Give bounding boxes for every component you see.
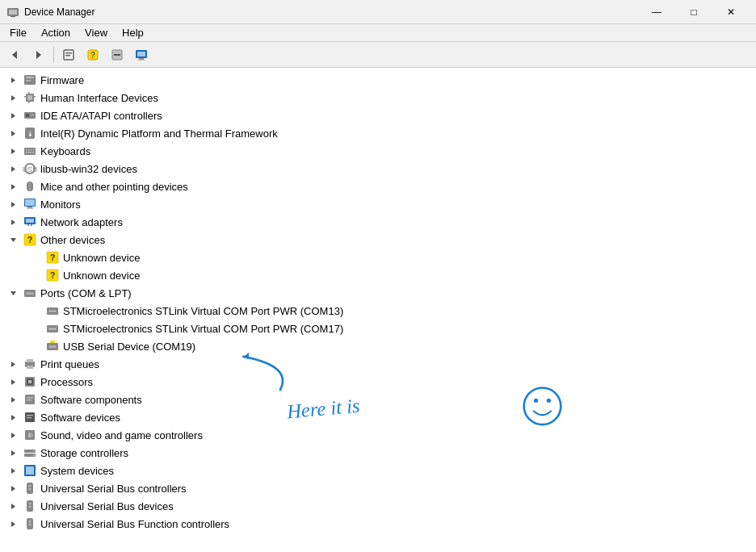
expand-btn-storage[interactable] xyxy=(6,446,19,459)
svg-rect-87 xyxy=(27,359,33,362)
svg-rect-40 xyxy=(26,152,27,153)
tree-item-network[interactable]: Network adapters xyxy=(0,213,756,231)
device-tree: FirmwareHuman Interface DevicesIDE ATA/A… xyxy=(0,68,756,536)
icon-usbctrl xyxy=(23,481,37,496)
expand-btn-system[interactable] xyxy=(6,464,19,477)
tree-item-storage[interactable]: Storage controllers xyxy=(0,444,756,462)
tree-item-ports[interactable]: Ports (COM & LPT) xyxy=(0,284,756,302)
svg-marker-4 xyxy=(36,51,41,59)
menu-view[interactable]: View xyxy=(78,25,114,40)
tree-item-thermal[interactable]: 🌡Intel(R) Dynamic Platform and Thermal F… xyxy=(0,124,756,142)
menu-help[interactable]: Help xyxy=(116,25,150,40)
svg-marker-97 xyxy=(11,415,15,420)
toolbar-separator-1 xyxy=(53,47,54,63)
expand-btn-ports[interactable] xyxy=(6,286,19,299)
close-button[interactable]: ✕ xyxy=(712,0,750,24)
label-processors: Processors xyxy=(40,376,93,388)
tree-item-usbfunc[interactable]: Universal Serial Bus Function controller… xyxy=(0,515,756,533)
expand-btn-hid[interactable] xyxy=(6,91,19,104)
svg-text:🌡: 🌡 xyxy=(27,130,34,138)
expand-btn-ide[interactable] xyxy=(6,109,19,122)
expand-btn-stlink1[interactable] xyxy=(29,304,42,317)
svg-rect-13 xyxy=(137,52,145,56)
expand-btn-libusb[interactable] xyxy=(6,162,19,175)
tree-item-usbserial[interactable]: USB Serial Device (COM19) xyxy=(0,337,756,355)
svg-point-78 xyxy=(52,328,54,330)
toolbar: ? xyxy=(0,42,756,68)
expand-btn-thermal[interactable] xyxy=(6,127,19,140)
svg-marker-60 xyxy=(10,238,16,242)
computer-button[interactable] xyxy=(130,44,153,65)
svg-rect-29 xyxy=(26,114,29,117)
title-bar: Device Manager — □ ✕ xyxy=(0,0,756,24)
label-usbdev: Universal Serial Bus devices xyxy=(40,500,174,512)
tree-item-ide[interactable]: IDE ATA/ATAPI controllers xyxy=(0,107,756,124)
expand-btn-usbserial[interactable] xyxy=(29,340,42,353)
icon-hid xyxy=(23,90,37,105)
expand-btn-unknown2[interactable] xyxy=(29,269,42,282)
expand-btn-other[interactable] xyxy=(6,233,19,246)
icon-usbfunc xyxy=(23,516,37,531)
expand-btn-usbdev[interactable] xyxy=(6,500,19,512)
minimize-button[interactable]: — xyxy=(638,0,675,24)
uninstall-button[interactable] xyxy=(106,44,128,65)
menu-file[interactable]: File xyxy=(3,25,33,40)
svg-text:USB: USB xyxy=(23,165,37,174)
tree-item-swdev[interactable]: Software devices xyxy=(0,408,756,426)
tree-item-monitors[interactable]: Monitors xyxy=(0,195,756,213)
tree-item-unknown1[interactable]: ?Unknown device xyxy=(0,249,756,266)
tree-item-processors[interactable]: Processors xyxy=(0,373,756,391)
label-unknown1: Unknown device xyxy=(63,252,140,264)
maximize-button[interactable]: □ xyxy=(675,0,712,24)
expand-btn-swdev[interactable] xyxy=(6,411,19,424)
expand-btn-monitors[interactable] xyxy=(6,198,19,211)
tree-item-swcomp[interactable]: Software components xyxy=(0,391,756,408)
svg-rect-7 xyxy=(65,55,70,56)
expand-btn-print[interactable] xyxy=(6,358,19,370)
tree-item-usbctrl[interactable]: Universal Serial Bus controllers xyxy=(0,479,756,497)
expand-btn-processors[interactable] xyxy=(6,375,19,388)
svg-rect-92 xyxy=(28,380,32,383)
expand-btn-usbctrl[interactable] xyxy=(6,482,19,495)
properties-button[interactable] xyxy=(57,44,80,65)
svg-point-49 xyxy=(29,188,31,190)
tree-item-sound[interactable]: Sound, video and game controllers xyxy=(0,426,756,444)
tree-item-firmware[interactable]: Firmware xyxy=(0,71,756,89)
svg-rect-110 xyxy=(26,466,34,475)
icon-mice xyxy=(23,179,37,194)
expand-btn-stlink2[interactable] xyxy=(29,322,42,335)
expand-btn-swcomp[interactable] xyxy=(6,393,19,406)
forward-button[interactable] xyxy=(27,44,50,65)
expand-btn-sound[interactable] xyxy=(6,429,19,441)
tree-item-system[interactable]: System devices xyxy=(0,462,756,479)
tree-item-other[interactable]: ?Other devices xyxy=(0,231,756,249)
expand-btn-unknown1[interactable] xyxy=(29,251,42,264)
svg-rect-58 xyxy=(27,224,29,226)
icon-swcomp xyxy=(23,392,37,407)
expand-btn-keyboards[interactable] xyxy=(6,144,19,157)
tree-item-libusb[interactable]: USBlibusb-win32 devices xyxy=(0,160,756,178)
tree-item-mice[interactable]: Mice and other pointing devices xyxy=(0,178,756,195)
expand-btn-firmware[interactable] xyxy=(6,73,19,86)
svg-rect-19 xyxy=(26,80,31,82)
svg-marker-20 xyxy=(11,95,15,101)
back-button[interactable] xyxy=(3,44,26,65)
tree-item-stlink2[interactable]: STMicroelectronics STLink Virtual COM Po… xyxy=(0,320,756,337)
expand-btn-usbfunc[interactable] xyxy=(6,517,19,530)
tree-item-usbdev[interactable]: Universal Serial Bus devices xyxy=(0,497,756,515)
menu-action[interactable]: Action xyxy=(35,25,77,40)
tree-item-print[interactable]: Print queues xyxy=(0,355,756,373)
tree-item-stlink1[interactable]: STMicroelectronics STLink Virtual COM Po… xyxy=(0,302,756,320)
help-button[interactable]: ? xyxy=(82,44,104,65)
expand-btn-network[interactable] xyxy=(6,215,19,228)
tree-item-keyboards[interactable]: Keyboards xyxy=(0,142,756,160)
tree-item-hid[interactable]: Human Interface Devices xyxy=(0,89,756,107)
svg-point-73 xyxy=(49,310,52,312)
tree-item-unknown2[interactable]: ?Unknown device xyxy=(0,266,756,284)
label-swcomp: Software components xyxy=(40,394,142,406)
svg-rect-88 xyxy=(27,366,33,369)
expand-btn-mice[interactable] xyxy=(6,180,19,193)
icon-unknown2: ? xyxy=(45,268,60,282)
svg-marker-115 xyxy=(11,504,15,509)
svg-marker-67 xyxy=(10,291,16,295)
